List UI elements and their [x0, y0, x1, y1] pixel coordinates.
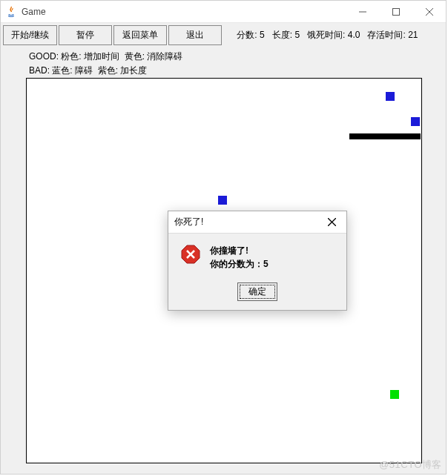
dialog-message: 你撞墙了! 你的分数为：5 [210, 244, 269, 271]
legend-good: GOOD: 粉色: 增加时间 黄色: 消除障碍 [29, 50, 418, 64]
stats-bar: 分数: 5 长度: 5 饿死时间: 4.0 存活时间: 21 [237, 29, 418, 42]
game-over-dialog: 你死了! 你撞墙了! 你的分数为：5 确定 [168, 211, 347, 311]
exit-button[interactable]: 退出 [168, 25, 222, 45]
pause-button[interactable]: 暂停 [59, 25, 112, 45]
close-button[interactable] [412, 1, 446, 22]
dialog-titlebar: 你死了! [168, 211, 346, 234]
error-icon [180, 244, 201, 267]
dialog-button-row: 确定 [168, 275, 346, 310]
start-resume-button[interactable]: 开始/继续 [3, 25, 57, 45]
length-stat: 长度: 5 [272, 29, 300, 42]
svg-rect-1 [392, 8, 399, 15]
blue-cell [386, 92, 395, 101]
dialog-title: 你死了! [174, 216, 317, 228]
window-controls [346, 1, 446, 22]
toolbar: 开始/继续 暂停 返回菜单 退出 分数: 5 长度: 5 饿死时间: 4.0 存… [1, 23, 446, 47]
main-window: Game 开始/继续 暂停 返回菜单 退出 分数: 5 长度: 5 饿死时间: … [0, 0, 447, 475]
survive-stat: 存活时间: 21 [367, 29, 418, 42]
legend-bad: BAD: 蓝色: 障碍 紫色: 加长度 [29, 64, 418, 78]
watermark: @51CTO博客 [379, 458, 442, 472]
dialog-close-button[interactable] [317, 211, 346, 233]
dialog-body: 你撞墙了! 你的分数为：5 [168, 234, 346, 275]
java-icon [5, 6, 17, 18]
green-cell [390, 390, 399, 399]
window-title: Game [22, 7, 346, 17]
minimize-button[interactable] [346, 1, 379, 22]
maximize-button[interactable] [379, 1, 412, 22]
blue-cell [411, 117, 420, 126]
score-stat: 分数: 5 [237, 29, 264, 42]
back-menu-button[interactable]: 返回菜单 [113, 25, 167, 45]
blue-cell [218, 196, 227, 205]
starve-stat: 饿死时间: 4.0 [307, 29, 360, 42]
titlebar: Game [1, 1, 446, 23]
ok-button[interactable]: 确定 [237, 282, 277, 301]
obstacle-bar [349, 133, 421, 139]
